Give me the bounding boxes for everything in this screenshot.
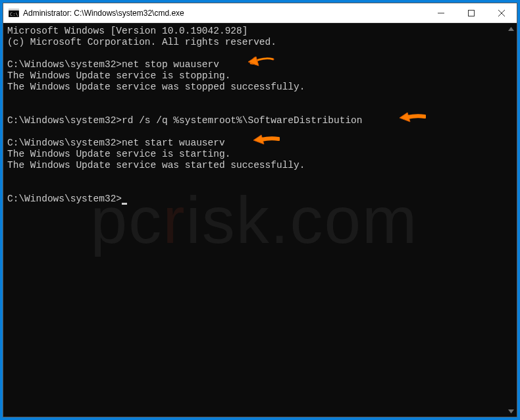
scroll-track[interactable] — [506, 34, 517, 406]
prompt-text: C:\Windows\system32> — [7, 194, 122, 204]
command-text: net start wuauserv — [122, 138, 225, 148]
minimize-button[interactable] — [426, 3, 456, 23]
cmd-icon: C:\ — [9, 8, 19, 18]
output-line: The Windows Update service was stopped s… — [7, 82, 502, 93]
svg-rect-1 — [9, 9, 19, 11]
prompt-text: C:\Windows\system32> — [7, 115, 122, 126]
blank-line — [7, 104, 502, 115]
output-line: The Windows Update service is starting. — [7, 149, 502, 160]
command-line: C:\Windows\system32>net start wuauserv — [7, 138, 502, 149]
svg-rect-4 — [469, 11, 475, 16]
prompt-text: C:\Windows\system32> — [7, 138, 122, 148]
command-text: net stop wuauserv — [122, 59, 219, 70]
prompt-line: C:\Windows\system32> — [7, 194, 502, 205]
vertical-scrollbar[interactable] — [506, 23, 517, 417]
window-title: Administrator: C:\Windows\system32\cmd.e… — [23, 9, 426, 18]
blank-line — [7, 48, 502, 59]
cursor-icon — [122, 203, 127, 205]
prompt-text: C:\Windows\system32> — [7, 59, 122, 70]
terminal-output[interactable]: Microsoft Windows [Version 10.0.19042.92… — [3, 23, 506, 417]
command-text: rd /s /q %systemroot%\SoftwareDistributi… — [122, 115, 362, 126]
blank-line — [7, 93, 502, 104]
copyright-line: (c) Microsoft Corporation. All rights re… — [7, 37, 502, 48]
scroll-down-arrow-icon[interactable] — [506, 406, 517, 417]
close-button[interactable] — [486, 3, 517, 23]
cmd-window: C:\ Administrator: C:\Windows\system32\c… — [3, 3, 517, 417]
maximize-button[interactable] — [456, 3, 486, 23]
scroll-up-arrow-icon[interactable] — [506, 23, 517, 34]
blank-line — [7, 182, 502, 194]
svg-text:C:\: C:\ — [10, 12, 18, 17]
blank-line — [7, 126, 502, 138]
output-line: The Windows Update service is stopping. — [7, 70, 502, 82]
version-line: Microsoft Windows [Version 10.0.19042.92… — [7, 26, 502, 37]
titlebar[interactable]: C:\ Administrator: C:\Windows\system32\c… — [3, 3, 517, 23]
terminal-area: Microsoft Windows [Version 10.0.19042.92… — [3, 23, 517, 417]
window-controls — [426, 3, 517, 22]
blank-line — [7, 171, 502, 182]
output-line: The Windows Update service was started s… — [7, 160, 502, 171]
command-line: C:\Windows\system32>net stop wuauserv — [7, 59, 502, 70]
command-line: C:\Windows\system32>rd /s /q %systemroot… — [7, 115, 502, 126]
